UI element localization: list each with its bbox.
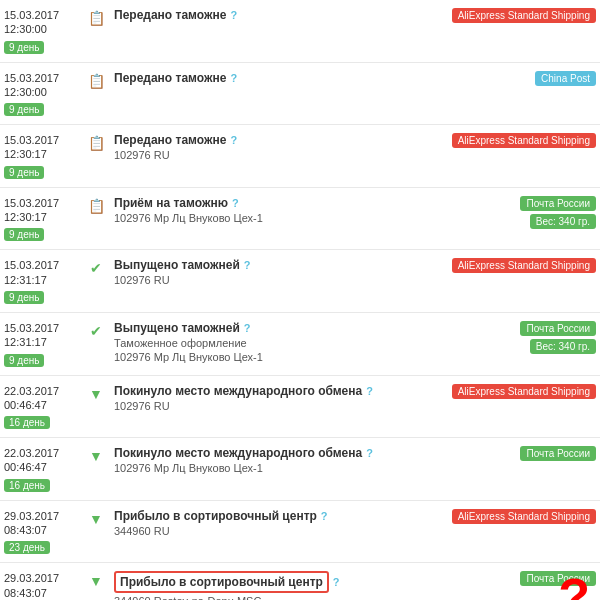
help-icon[interactable]: ? bbox=[230, 72, 237, 84]
event-sub: 102976 RU bbox=[114, 149, 430, 161]
info-column: Приём на таможню ? 102976 Мр Лц Внуково … bbox=[108, 196, 436, 224]
service-badge: AliExpress Standard Shipping bbox=[452, 8, 596, 23]
service-column: Почта РоссииВес: 340 гр. bbox=[436, 321, 596, 354]
event-sub: 102976 Мр Лц Внуково Цех-1 bbox=[114, 351, 430, 363]
tracking-row: 15.03.201712:30:17 9 день 📋 Приём на там… bbox=[0, 188, 600, 251]
event-title: Покинуло место международного обмена ? bbox=[114, 446, 430, 460]
date-column: 29.03.201708:43:07 23 день bbox=[4, 571, 84, 600]
date-value: 15.03.201712:31:17 bbox=[4, 258, 59, 287]
date-column: 15.03.201712:31:17 9 день bbox=[4, 321, 84, 367]
event-sub: 344960 Rostov-na-Donu MSC bbox=[114, 595, 430, 600]
service-badge: AliExpress Standard Shipping bbox=[452, 133, 596, 148]
info-column: Передано таможне ? bbox=[108, 8, 436, 22]
tracking-row: 29.03.201708:43:07 23 день ▼ Прибыло в с… bbox=[0, 563, 600, 600]
service-badge: Почта России bbox=[520, 196, 596, 211]
service-badge: Вес: 340 гр. bbox=[530, 214, 596, 229]
help-icon[interactable]: ? bbox=[244, 259, 251, 271]
service-badge: AliExpress Standard Shipping bbox=[452, 509, 596, 524]
info-column: Выпущено таможней ? 102976 RU bbox=[108, 258, 436, 286]
date-value: 22.03.201700:46:47 bbox=[4, 446, 59, 475]
day-badge: 9 день bbox=[4, 354, 44, 367]
date-column: 15.03.201712:30:17 9 день bbox=[4, 133, 84, 179]
event-title: Прибыло в сортировочный центр ? bbox=[114, 571, 430, 593]
help-icon[interactable]: ? bbox=[232, 197, 239, 209]
day-badge: 9 день bbox=[4, 228, 44, 241]
arrow-icon: ▼ bbox=[89, 448, 103, 464]
event-sub: 344960 RU bbox=[114, 525, 430, 537]
date-value: 15.03.201712:30:00 bbox=[4, 8, 59, 37]
tracking-row: 22.03.201700:46:47 16 день ▼ Покинуло ме… bbox=[0, 438, 600, 501]
service-column: AliExpress Standard Shipping bbox=[436, 133, 596, 148]
day-badge: 16 день bbox=[4, 416, 50, 429]
help-icon[interactable]: ? bbox=[366, 447, 373, 459]
document-icon: 📋 bbox=[88, 10, 105, 26]
tracking-row: 22.03.201700:46:47 16 день ▼ Покинуло ме… bbox=[0, 376, 600, 439]
date-value: 22.03.201700:46:47 bbox=[4, 384, 59, 413]
service-column: Почта РоссииВес: 340 гр. bbox=[436, 196, 596, 229]
day-badge: 16 день bbox=[4, 479, 50, 492]
help-icon[interactable]: ? bbox=[366, 385, 373, 397]
info-column: Прибыло в сортировочный центр ? 344960 R… bbox=[108, 571, 436, 600]
icon-column: 📋 bbox=[84, 8, 108, 26]
service-column: China Post bbox=[436, 71, 596, 86]
info-column: Покинуло место международного обмена ? 1… bbox=[108, 446, 436, 474]
date-column: 15.03.201712:30:00 9 день bbox=[4, 71, 84, 117]
help-icon[interactable]: ? bbox=[230, 134, 237, 146]
date-value: 15.03.201712:30:17 bbox=[4, 196, 59, 225]
date-value: 29.03.201708:43:07 bbox=[4, 509, 59, 538]
help-icon[interactable]: ? bbox=[321, 510, 328, 522]
event-title: Передано таможне ? bbox=[114, 71, 430, 85]
checkmark-icon: ✔ bbox=[90, 260, 102, 276]
icon-column: ▼ bbox=[84, 446, 108, 464]
date-value: 15.03.201712:31:17 bbox=[4, 321, 59, 350]
help-icon[interactable]: ? bbox=[333, 576, 340, 588]
checkmark-icon: ✔ bbox=[90, 323, 102, 339]
arrow-icon: ▼ bbox=[89, 573, 103, 589]
tracking-row: 29.03.201708:43:07 23 день ▼ Прибыло в с… bbox=[0, 501, 600, 564]
tracking-row: 15.03.201712:31:17 9 день ✔ Выпущено там… bbox=[0, 250, 600, 313]
info-column: Прибыло в сортировочный центр ? 344960 R… bbox=[108, 509, 436, 537]
tracking-list: 15.03.201712:30:00 9 день 📋 Передано там… bbox=[0, 0, 600, 600]
event-sub: 102976 RU bbox=[114, 274, 430, 286]
event-sub: 102976 RU bbox=[114, 400, 430, 412]
highlighted-title: Прибыло в сортировочный центр bbox=[114, 571, 329, 593]
service-badge: China Post bbox=[535, 71, 596, 86]
service-column: Почта России bbox=[436, 446, 596, 461]
help-icon[interactable]: ? bbox=[230, 9, 237, 21]
day-badge: 9 день bbox=[4, 291, 44, 304]
tracking-row: 15.03.201712:30:00 9 день 📋 Передано там… bbox=[0, 0, 600, 63]
icon-column: 📋 bbox=[84, 71, 108, 89]
service-column: Почта России bbox=[436, 571, 596, 586]
event-title: Выпущено таможней ? bbox=[114, 321, 430, 335]
event-title: Прибыло в сортировочный центр ? bbox=[114, 509, 430, 523]
event-title: Покинуло место международного обмена ? bbox=[114, 384, 430, 398]
help-icon[interactable]: ? bbox=[244, 322, 251, 334]
info-column: Передано таможне ? 102976 RU bbox=[108, 133, 436, 161]
tracking-row: 15.03.201712:31:17 9 день ✔ Выпущено там… bbox=[0, 313, 600, 376]
day-badge: 9 день bbox=[4, 103, 44, 116]
icon-column: ✔ bbox=[84, 321, 108, 339]
service-badge: Вес: 340 гр. bbox=[530, 339, 596, 354]
service-column: AliExpress Standard Shipping bbox=[436, 384, 596, 399]
tracking-row: 15.03.201712:30:17 9 день 📋 Передано там… bbox=[0, 125, 600, 188]
event-title: Передано таможне ? bbox=[114, 133, 430, 147]
event-sub: 102976 Мр Лц Внуково Цех-1 bbox=[114, 212, 430, 224]
event-title: Приём на таможню ? bbox=[114, 196, 430, 210]
arrow-icon: ▼ bbox=[89, 511, 103, 527]
icon-column: 📋 bbox=[84, 196, 108, 214]
day-badge: 9 день bbox=[4, 166, 44, 179]
icon-column: 📋 bbox=[84, 133, 108, 151]
date-value: 29.03.201708:43:07 bbox=[4, 571, 59, 600]
service-badge: Почта России bbox=[520, 571, 596, 586]
date-value: 15.03.201712:30:17 bbox=[4, 133, 59, 162]
icon-column: ▼ bbox=[84, 571, 108, 589]
date-column: 15.03.201712:30:00 9 день bbox=[4, 8, 84, 54]
date-column: 22.03.201700:46:47 16 день bbox=[4, 446, 84, 492]
document-icon: 📋 bbox=[88, 198, 105, 214]
service-badge: AliExpress Standard Shipping bbox=[452, 258, 596, 273]
arrow-icon: ▼ bbox=[89, 386, 103, 402]
service-column: AliExpress Standard Shipping bbox=[436, 509, 596, 524]
icon-column: ▼ bbox=[84, 509, 108, 527]
service-column: AliExpress Standard Shipping bbox=[436, 258, 596, 273]
document-icon: 📋 bbox=[88, 73, 105, 89]
